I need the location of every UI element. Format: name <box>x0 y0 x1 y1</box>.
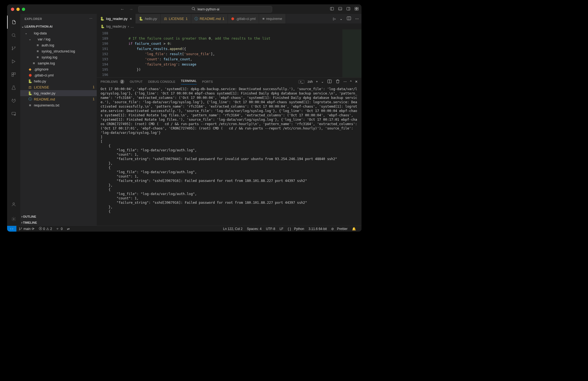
breadcrumbs[interactable]: 🐍 log_reader.py › … <box>97 23 361 29</box>
activity-settings[interactable] <box>7 212 20 226</box>
file-row[interactable]: ◆.gitignore <box>20 66 97 72</box>
editor-tab-actions: ▷ ⌄ ⋯ <box>330 14 361 23</box>
file-row[interactable]: 🐍log_reader.py <box>20 90 97 96</box>
terminal-output[interactable]: Oct 17 00:00:04', 'ebpf-chaos', 'systemd… <box>97 86 361 226</box>
nav-forward-icon[interactable]: → <box>129 7 133 12</box>
status-prettier[interactable]: ⊘ Prettier <box>329 227 350 231</box>
editor-tab[interactable]: ⓘREADME.md1 <box>191 14 228 23</box>
code-content[interactable]: # If the failure count is greater than 0… <box>112 29 342 77</box>
new-terminal-icon[interactable]: + <box>316 80 318 84</box>
timeline-section[interactable]: › TIMELINE <box>20 220 97 226</box>
panel-tab-output[interactable]: OUTPUT <box>130 80 143 83</box>
status-spaces[interactable]: Spaces: 4 <box>245 227 264 231</box>
nav-back-icon[interactable]: ← <box>120 7 125 12</box>
editor-tab[interactable]: ⚖LICENSE1 <box>161 14 191 23</box>
folder-row[interactable]: ⌄log-data <box>20 30 97 36</box>
command-center[interactable]: learn-python-ai <box>138 6 272 13</box>
editor-tab[interactable]: ≡requireme <box>259 14 286 23</box>
layout-panel-icon[interactable] <box>338 7 342 12</box>
status-ports[interactable]: ᯤ0 <box>54 227 65 231</box>
status-problems[interactable]: ⓧ0 ⚠2 <box>37 226 54 231</box>
minimap[interactable] <box>342 29 361 77</box>
file-row[interactable]: ⚖LICENSE1 <box>20 84 97 90</box>
file-name: hello.py <box>34 79 95 83</box>
status-live-share[interactable]: ⇌ <box>65 227 72 231</box>
outline-section[interactable]: › OUTLINE <box>20 214 97 220</box>
tab-label: .gitlab-ci.yml <box>236 17 255 21</box>
panel-tab-problems[interactable]: PROBLEMS 2 <box>101 79 124 84</box>
run-icon[interactable]: ▷ <box>333 17 336 21</box>
svg-point-12 <box>12 34 15 37</box>
file-row[interactable]: ≡sample.log <box>20 60 97 66</box>
folder-row[interactable]: ⌄var / log <box>20 36 97 42</box>
file-row[interactable]: ≡requirements.txt <box>20 102 97 108</box>
vscode-window: ← → learn-python-ai <box>7 4 361 232</box>
error-icon: ⓧ <box>39 226 42 231</box>
panel-actions: >_ zsh + ⌄ ⋯ ^ ✕ <box>298 79 358 85</box>
explorer-more-icon[interactable]: ⋯ <box>89 17 93 20</box>
sync-icon[interactable]: ⟳ <box>32 227 34 231</box>
terminal-dropdown-icon[interactable]: ⌄ <box>321 80 324 84</box>
panel-more-icon[interactable]: ⋯ <box>343 80 347 84</box>
kill-terminal-icon[interactable] <box>335 79 340 85</box>
breadcrumb-file: log_reader.py <box>106 25 126 28</box>
split-terminal-icon[interactable] <box>327 79 332 85</box>
activity-explorer[interactable] <box>7 16 20 29</box>
file-row[interactable]: ⬢.gitlab-ci.yml <box>20 72 97 78</box>
layout-sidebar-left-icon[interactable] <box>330 7 334 12</box>
scm-badge: 1 <box>93 85 95 89</box>
status-notifications[interactable]: 🔔 <box>350 227 358 231</box>
workspace-root-header[interactable]: ⌄ LEARN-PYTHON-AI <box>20 23 97 29</box>
editor-tab[interactable]: ⬢.gitlab-ci.yml <box>228 14 259 23</box>
file-name: README.md <box>34 97 92 101</box>
zoom-window-button[interactable] <box>22 8 25 11</box>
layout-sidebar-right-icon[interactable] <box>346 7 351 12</box>
status-branch[interactable]: main ⟳ <box>16 227 37 231</box>
activity-accounts[interactable] <box>7 198 20 211</box>
terminal-profile-icon[interactable]: >_ <box>298 80 304 84</box>
status-cursor[interactable]: Ln 122, Col 2 <box>221 227 245 231</box>
account-icon <box>11 202 16 207</box>
scm-badge: 1 <box>186 17 187 21</box>
split-editor-icon[interactable] <box>346 16 351 22</box>
activity-remote[interactable] <box>7 107 20 120</box>
file-row[interactable]: ⓘREADME.md1 <box>20 96 97 102</box>
remote-indicator[interactable] <box>7 226 16 232</box>
file-row[interactable]: ≡auth.log <box>20 42 97 48</box>
status-eol[interactable]: LF <box>277 227 286 231</box>
status-encoding[interactable]: UTF-8 <box>264 227 277 231</box>
code-editor[interactable]: 188189190191192193194195196 # If the fai… <box>97 29 361 77</box>
panel-tab-terminal[interactable]: TERMINAL <box>181 79 197 84</box>
activity-extensions[interactable] <box>7 68 20 81</box>
warning-count: 2 <box>50 227 52 231</box>
more-actions-icon[interactable]: ⋯ <box>355 17 359 21</box>
editor-tab[interactable]: 🐍hello.py <box>136 14 161 23</box>
status-interpreter[interactable]: 3.11.6 64-bit <box>306 227 329 231</box>
panel-tab-ports[interactable]: PORTS <box>202 80 213 83</box>
editor-tab[interactable]: 🐍log_reader.py× <box>97 14 136 23</box>
close-window-button[interactable] <box>11 8 14 11</box>
activity-source-control[interactable] <box>7 42 20 55</box>
warning-icon: ⚠ <box>46 227 49 231</box>
remote-icon <box>11 111 16 116</box>
shell-name[interactable]: zsh <box>308 80 313 84</box>
maximize-panel-icon[interactable]: ^ <box>350 80 352 84</box>
status-language[interactable]: { } Python <box>286 227 306 231</box>
file-name: .gitignore <box>34 67 95 71</box>
close-panel-icon[interactable]: ✕ <box>355 80 358 84</box>
activity-gitlab[interactable] <box>7 94 20 107</box>
svg-point-31 <box>21 228 22 228</box>
minimize-window-button[interactable] <box>16 8 20 11</box>
file-name: .gitlab-ci.yml <box>34 73 95 77</box>
run-dropdown-icon[interactable]: ⌄ <box>340 17 343 21</box>
customize-layout-icon[interactable] <box>354 7 359 12</box>
activity-search[interactable] <box>7 29 20 42</box>
file-row[interactable]: ≡syslog_structured.log <box>20 48 97 54</box>
activity-run-debug[interactable] <box>7 55 20 68</box>
panel-tab-debug[interactable]: DEBUG CONSOLE <box>148 80 175 83</box>
file-row[interactable]: 🐍hello.py <box>20 78 97 84</box>
close-tab-icon[interactable]: × <box>130 17 132 21</box>
breadcrumb-separator: › <box>128 25 129 28</box>
activity-testing[interactable] <box>7 81 20 94</box>
file-row[interactable]: ≡syslog.log <box>20 54 97 60</box>
